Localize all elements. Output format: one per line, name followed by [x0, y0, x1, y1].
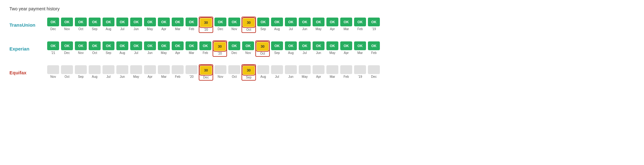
month-label: Feb [203, 51, 208, 55]
month-label: Jun [316, 51, 321, 55]
empty-badge [144, 65, 156, 74]
list-item: OKOct [89, 41, 101, 56]
month-label: Feb [175, 75, 180, 78]
list-item: OKJun [144, 41, 156, 56]
list-item: Feb [172, 65, 184, 80]
ok-badge: OK [354, 18, 366, 26]
month-label: Nov [218, 75, 223, 78]
empty-badge [47, 65, 59, 74]
list-item: Nov [47, 65, 59, 80]
month-label: Jul [289, 27, 293, 31]
empty-badge [172, 65, 184, 74]
list-item: OKDec [228, 41, 240, 56]
month-label: Oct [246, 28, 251, 31]
ok-badge: OK [257, 18, 269, 26]
month-label: Dec [50, 27, 56, 31]
month-label: Apr [161, 27, 166, 31]
empty-badge [130, 65, 142, 74]
month-label: Oct [78, 27, 83, 31]
list-item: Oct [228, 65, 240, 80]
ok-badge: OK [130, 18, 142, 26]
list-item: OKJul [299, 41, 311, 56]
bureau-row-transunion: TransUnionOKDecOKNovOKOctOKSepOKAugOKJul… [9, 18, 635, 32]
ok-badge: OK [271, 18, 283, 26]
ok-badge: OK [47, 41, 59, 50]
ok-badge: OK [116, 41, 128, 50]
empty-badge [89, 65, 101, 74]
list-item: OKMay [158, 41, 170, 56]
ok-badge: OK [228, 18, 240, 26]
list-item: 30Dec [199, 64, 213, 81]
month-label: Apr [147, 75, 153, 78]
month-label: Sep [78, 75, 84, 78]
list-item: OKApr [340, 41, 352, 56]
empty-badge [285, 65, 297, 74]
list-item: OKNov [242, 41, 254, 56]
ok-badge: OK [89, 41, 101, 50]
list-item: OKApr [326, 18, 338, 32]
list-item: OKJul [116, 18, 128, 32]
empty-badge [116, 65, 128, 74]
ok-badge: OK [285, 18, 297, 26]
month-label: '21 [51, 51, 55, 55]
month-label: Feb [357, 27, 363, 31]
list-item: OKSep [257, 18, 269, 32]
month-label: Apr [175, 51, 180, 55]
ok-badge: OK [326, 18, 338, 26]
month-label: Mar [189, 51, 194, 55]
month-label: Oct [260, 52, 265, 55]
month-label: May [330, 51, 336, 55]
month-label: Jul [275, 75, 279, 78]
list-item: OKMay [144, 18, 156, 32]
list-item: Nov [214, 65, 226, 80]
month-label: Oct [232, 75, 237, 78]
list-item: OKNov [61, 18, 73, 32]
month-label: Sep [246, 76, 252, 79]
list-item: OKAug [285, 41, 297, 56]
month-label: Oct [64, 75, 69, 78]
month-label: Dec [203, 76, 209, 79]
month-label: Aug [106, 27, 111, 31]
ok-badge: OK [368, 41, 380, 50]
empty-badge [61, 65, 73, 74]
month-label: Aug [92, 75, 97, 78]
list-item: 30Oct [255, 40, 270, 57]
ok-badge: OK [144, 41, 156, 50]
month-label: Mar [343, 27, 349, 31]
ok-badge: OK [172, 41, 184, 50]
ok-badge: OK [47, 18, 59, 26]
ok-badge: OK [228, 41, 240, 50]
list-item: OKMar [172, 18, 184, 32]
month-label: Aug [274, 27, 280, 31]
month-label: Jun [302, 27, 307, 31]
ok-badge: OK [299, 18, 311, 26]
month-label: May [302, 75, 308, 78]
late30-badge: 30 [257, 42, 269, 51]
month-label: Jul [120, 27, 125, 31]
list-item: OKDec [214, 18, 226, 32]
month-label: Oct [92, 51, 97, 55]
ok-badge: OK [340, 18, 352, 26]
bureau-name-transunion: TransUnion [9, 22, 47, 28]
bureau-entries-transunion: OKDecOKNovOKOctOKSepOKAugOKJulOKJunOKMay… [47, 18, 380, 32]
month-label: Mar [161, 75, 166, 78]
month-label: Jul [107, 75, 111, 78]
list-item: OKFeb [368, 41, 380, 56]
list-item: OK'19 [368, 18, 380, 32]
month-label: May [161, 51, 167, 55]
late30-badge: 30 [243, 66, 255, 75]
list-item: OK'21 [47, 41, 59, 56]
late30-badge: 30 [214, 42, 226, 51]
month-label: Jul [303, 51, 307, 55]
list-item: Jul [103, 65, 114, 80]
list-item: OKAug [103, 18, 114, 32]
list-item: '20 [186, 65, 197, 80]
ok-badge: OK [313, 41, 325, 50]
late30-badge: 30 [200, 66, 212, 75]
ok-badge: OK [89, 18, 101, 26]
month-label: Aug [288, 51, 294, 55]
list-item: Oct [61, 65, 73, 80]
month-label: '20 [218, 52, 222, 55]
ok-badge: OK [242, 41, 254, 50]
ok-badge: OK [313, 18, 325, 26]
